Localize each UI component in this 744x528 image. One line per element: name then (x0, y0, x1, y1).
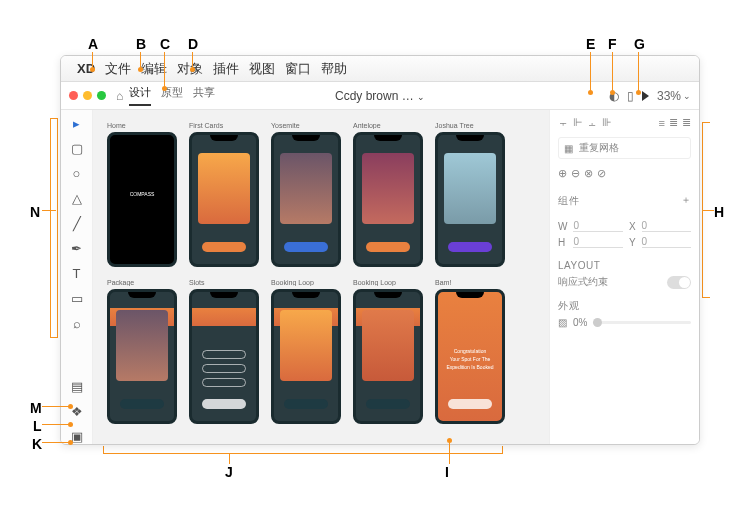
phone-frame[interactable] (353, 132, 423, 267)
phone-frame[interactable] (107, 289, 177, 424)
phone-frame[interactable] (271, 289, 341, 424)
phone-frame[interactable] (271, 132, 341, 267)
callout-H: H (714, 204, 724, 220)
height-input[interactable]: 0 (573, 236, 622, 248)
left-toolbar: ▸ ▢ ○ △ ╱ ✒ T ▭ ⌕ ▤ ❖ ▣ (61, 110, 93, 444)
callout-D: D (188, 36, 198, 52)
text-tool[interactable]: T (73, 266, 81, 281)
rectangle-tool[interactable]: ▢ (71, 141, 83, 156)
callout-A: A (88, 36, 98, 52)
phone-frame[interactable] (189, 289, 259, 424)
artboard-name[interactable]: Package (107, 279, 177, 286)
line-tool[interactable]: ╱ (73, 216, 81, 231)
callout-K: K (32, 436, 42, 452)
phone-frame[interactable] (353, 289, 423, 424)
properties-panel: ⫟ ⊩ ⫠ ⊪ ≡ ≣ ≣ ▦ 重复网格 ⊕ ⊖ ⊗ ⊘ 组件 ＋ (549, 110, 699, 444)
responsive-toggle[interactable] (667, 276, 691, 289)
callout-G: G (634, 36, 645, 52)
artboard-name[interactable]: Joshua Tree (435, 122, 505, 129)
section-layout: LAYOUT (558, 260, 691, 271)
callout-J: J (225, 464, 233, 480)
phone-frame[interactable] (435, 132, 505, 267)
responsive-label: 响应式约束 (558, 275, 608, 289)
artboard-name[interactable]: Booking Loop (271, 279, 341, 286)
home-icon[interactable]: ⌂ (116, 89, 123, 103)
macos-menubar: XD 文件 编辑 对象 插件 视图 窗口 帮助 (61, 56, 699, 82)
artboard-name[interactable]: Booking Loop (353, 279, 423, 286)
titlebar: ⌂ 设计 原型 共享 Ccdy brown … ⌄ ◐ ▯ 33%⌄ (61, 82, 699, 110)
x-input[interactable]: 0 (642, 220, 691, 232)
callout-E: E (586, 36, 595, 52)
opacity-icon: ▨ (558, 317, 567, 328)
menu-file[interactable]: 文件 (105, 60, 131, 78)
menu-plugins[interactable]: 插件 (213, 60, 239, 78)
artboard-name[interactable]: Antelope (353, 122, 423, 129)
callout-C: C (160, 36, 170, 52)
callout-I: I (445, 464, 449, 480)
section-component: 组件 (558, 194, 579, 208)
callout-M: M (30, 400, 42, 416)
opacity-slider[interactable] (593, 321, 691, 324)
polygon-tool[interactable]: △ (72, 191, 82, 206)
artboard-tool[interactable]: ▭ (71, 291, 83, 306)
document-title[interactable]: Ccdy brown … ⌄ (335, 89, 425, 103)
callout-B: B (136, 36, 146, 52)
callout-F: F (608, 36, 617, 52)
select-tool[interactable]: ▸ (73, 116, 80, 131)
artboard[interactable]: Bam!Congratulation Your Spot For The Exp… (435, 279, 505, 424)
zoom-tool[interactable]: ⌕ (73, 316, 81, 331)
artboard[interactable]: Package (107, 279, 177, 424)
repeat-grid-icon[interactable]: ▦ (564, 143, 573, 154)
preview-play-icon[interactable] (642, 91, 649, 101)
artboard-name[interactable]: Yosemite (271, 122, 341, 129)
width-input[interactable]: 0 (573, 220, 622, 232)
artboard[interactable]: Yosemite (271, 122, 341, 267)
add-component-icon[interactable]: ＋ (681, 193, 691, 207)
artboard[interactable]: Antelope (353, 122, 423, 267)
transform-section: W0 X0 H0 Y0 (558, 220, 691, 248)
tab-share[interactable]: 共享 (193, 85, 215, 106)
section-appearance: 外观 (558, 299, 691, 313)
artboard-name[interactable]: Slots (189, 279, 259, 286)
artboard[interactable]: HomeCOMPASS (107, 122, 177, 267)
assets-panel-icon[interactable]: ▤ (71, 379, 83, 394)
artboard[interactable]: Slots (189, 279, 259, 424)
device-icon[interactable]: ▯ (627, 89, 634, 103)
ellipse-tool[interactable]: ○ (73, 166, 81, 181)
artboard[interactable]: First Cards (189, 122, 259, 267)
tab-design[interactable]: 设计 (129, 85, 151, 106)
artboard[interactable]: Booking Loop (353, 279, 423, 424)
callout-N: N (30, 204, 40, 220)
y-input[interactable]: 0 (642, 236, 691, 248)
mode-tabs: 设计 原型 共享 (129, 85, 215, 106)
window-controls[interactable] (69, 91, 106, 100)
phone-frame[interactable] (189, 132, 259, 267)
menu-view[interactable]: 视图 (249, 60, 275, 78)
phone-frame[interactable]: Congratulation Your Spot For The Expedit… (435, 289, 505, 424)
artboard[interactable]: Booking Loop (271, 279, 341, 424)
align-controls[interactable]: ⫟ ⊩ ⫠ ⊪ ≡ ≣ ≣ (558, 116, 691, 129)
app-window: XD 文件 编辑 对象 插件 视图 窗口 帮助 ⌂ 设计 原型 共享 Ccdy … (60, 55, 700, 445)
repeat-grid-button[interactable]: 重复网格 (579, 141, 619, 155)
pen-tool[interactable]: ✒ (71, 241, 82, 256)
menu-window[interactable]: 窗口 (285, 60, 311, 78)
zoom-control[interactable]: 33%⌄ (657, 89, 691, 103)
boolean-ops[interactable]: ⊕ ⊖ ⊗ ⊘ (558, 167, 691, 180)
canvas-pasteboard[interactable]: HomeCOMPASSFirst CardsYosemiteAntelopeJo… (93, 110, 549, 444)
artboard[interactable]: Joshua Tree (435, 122, 505, 267)
menu-help[interactable]: 帮助 (321, 60, 347, 78)
artboard-name[interactable]: Home (107, 122, 177, 129)
callout-L: L (33, 418, 42, 434)
opacity-value[interactable]: 0% (573, 317, 587, 328)
artboard-name[interactable]: Bam! (435, 279, 505, 286)
phone-frame[interactable]: COMPASS (107, 132, 177, 267)
artboard-name[interactable]: First Cards (189, 122, 259, 129)
